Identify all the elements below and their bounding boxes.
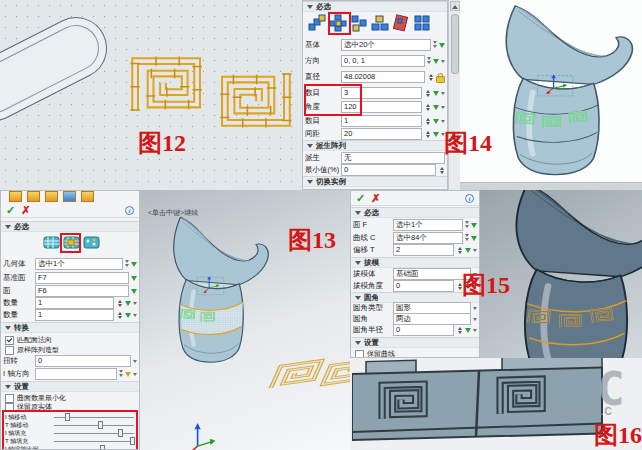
chevron-down-icon[interactable] (465, 234, 469, 243)
count2-input[interactable]: 1 (341, 115, 422, 127)
pick-arrow-icon[interactable] (433, 91, 439, 99)
section-derived-pattern[interactable]: 派生阵列 (303, 140, 447, 151)
cancel-button[interactable]: ✗ (371, 193, 380, 204)
scrollbar-thumb[interactable] (451, 14, 459, 74)
section-toggle-instance[interactable]: 切换实例 (303, 176, 447, 187)
pick-arrow-icon[interactable] (471, 236, 477, 244)
curve-c-input[interactable]: 选中84个 (393, 232, 463, 244)
dropdown-caret-icon[interactable] (133, 360, 137, 365)
flat-meander-pattern[interactable] (261, 348, 350, 398)
twist-select[interactable]: 0 (35, 355, 131, 367)
section-required[interactable]: 必选 (303, 1, 447, 12)
slider-track[interactable] (54, 417, 134, 418)
panel-scrollbar[interactable] (448, 0, 460, 190)
section-required[interactable]: 必选 (1, 221, 139, 232)
slider-thumb[interactable] (98, 421, 103, 429)
ok-button[interactable]: ✓ (356, 193, 365, 204)
slider-thumb[interactable] (65, 413, 70, 421)
dropdown-caret-icon[interactable] (473, 318, 477, 323)
derive-input[interactable]: 无 (341, 152, 445, 164)
section-settings[interactable]: 设置 (1, 381, 139, 392)
pick-arrow-icon[interactable] (439, 43, 445, 51)
slider-track[interactable] (54, 441, 134, 442)
chevron-down-icon[interactable] (427, 57, 431, 66)
dropdown-caret-icon[interactable] (133, 373, 137, 378)
pick-arrow-icon[interactable] (131, 289, 137, 297)
face-f-input[interactable]: 选中1个 (393, 219, 463, 231)
fillet-radius-input[interactable]: 0 (393, 324, 454, 336)
pattern-type-face-icon[interactable] (413, 14, 431, 32)
pick-arrow-icon[interactable] (125, 301, 131, 309)
spinner-icon[interactable] (424, 88, 431, 99)
dropdown-caret-icon[interactable] (441, 92, 445, 97)
section-settings[interactable]: 设置 (351, 337, 479, 348)
wrap-type-face-icon[interactable] (43, 235, 60, 250)
viewport-cup-fig14[interactable] (460, 0, 642, 190)
wrap-type-scatter-icon[interactable] (83, 235, 100, 250)
info-icon[interactable]: i (125, 206, 134, 215)
section-required[interactable]: 必选 (351, 207, 479, 218)
pick-arrow-icon[interactable] (465, 248, 471, 256)
spinner-icon[interactable] (424, 116, 431, 127)
draft-angle-input[interactable]: 0 (393, 280, 454, 292)
spinner-icon[interactable] (438, 165, 445, 176)
dropdown-caret-icon[interactable] (133, 314, 137, 319)
dropdown-caret-icon[interactable] (473, 307, 477, 312)
info-icon[interactable]: i (465, 194, 474, 203)
checkbox-unchecked-icon[interactable] (355, 350, 364, 359)
pick-arrow-icon[interactable] (465, 328, 471, 336)
slider-track[interactable] (54, 425, 134, 426)
pick-arrow-icon[interactable] (125, 372, 131, 380)
spinner-icon[interactable] (424, 129, 431, 140)
checkbox-unchecked-icon[interactable] (5, 403, 14, 412)
spinner-icon[interactable] (427, 72, 434, 83)
pick-arrow-icon[interactable] (433, 132, 439, 140)
section-draft[interactable]: 拔模 (351, 257, 479, 268)
spinner-icon[interactable] (456, 245, 463, 256)
angle-input[interactable]: 120 (341, 101, 422, 113)
pick-arrow-icon[interactable] (471, 223, 477, 231)
viewport-sketch-fig12[interactable] (0, 0, 302, 191)
meander-sketch-pattern[interactable] (128, 54, 298, 134)
pick-arrow-icon[interactable] (131, 276, 137, 284)
lock-icon[interactable] (436, 76, 445, 83)
dropdown-caret-icon[interactable] (473, 329, 477, 334)
ok-button[interactable]: ✓ (6, 205, 15, 216)
direction-input[interactable]: 0, 0, 1 (341, 55, 425, 67)
pattern-type-point-icon[interactable] (371, 14, 389, 32)
geometry-input[interactable]: 选中1个 (35, 258, 123, 270)
slider-thumb[interactable] (130, 437, 135, 445)
pick-arrow-icon[interactable] (433, 105, 439, 113)
pattern-type-linear-icon[interactable] (308, 14, 326, 32)
spinner-icon[interactable] (456, 325, 463, 336)
count-input[interactable]: 3 (341, 87, 422, 99)
pick-arrow-icon[interactable] (125, 313, 131, 321)
pattern-type-circular-icon[interactable] (329, 14, 347, 32)
dropdown-caret-icon[interactable] (441, 106, 445, 111)
scroll-up-button[interactable] (450, 1, 460, 11)
pick-arrow-icon[interactable] (433, 59, 439, 67)
wrap-type-pattern-icon[interactable] (63, 235, 80, 250)
cancel-button[interactable]: ✗ (21, 205, 30, 216)
datum-input[interactable]: F7 (35, 272, 129, 284)
pattern-type-polygon-icon[interactable] (350, 14, 368, 32)
pattern-type-curve-icon[interactable] (392, 14, 410, 32)
chevron-down-icon[interactable] (433, 41, 437, 50)
spinner-icon[interactable] (116, 298, 123, 309)
diameter-input[interactable]: 48.02008 (341, 71, 425, 83)
slider-thumb[interactable] (100, 445, 105, 450)
base-input[interactable]: 选中20个 (341, 39, 431, 51)
dropdown-caret-icon[interactable] (133, 302, 137, 307)
dropdown-caret-icon[interactable] (441, 60, 445, 65)
qty2-input[interactable]: 1 (35, 309, 114, 321)
slider-track[interactable] (54, 433, 134, 434)
checkbox-unchecked-icon[interactable] (5, 346, 14, 355)
chevron-down-icon[interactable] (465, 221, 469, 230)
checkbox-checked-icon[interactable] (5, 336, 14, 345)
chevron-down-icon[interactable] (119, 370, 123, 379)
qty1-input[interactable]: 1 (35, 297, 114, 309)
section-transform[interactable]: 转换 (1, 322, 139, 333)
face-input[interactable]: F6 (35, 285, 129, 297)
offset-t-input[interactable]: 2 (393, 244, 454, 256)
pick-arrow-icon[interactable] (433, 119, 439, 127)
